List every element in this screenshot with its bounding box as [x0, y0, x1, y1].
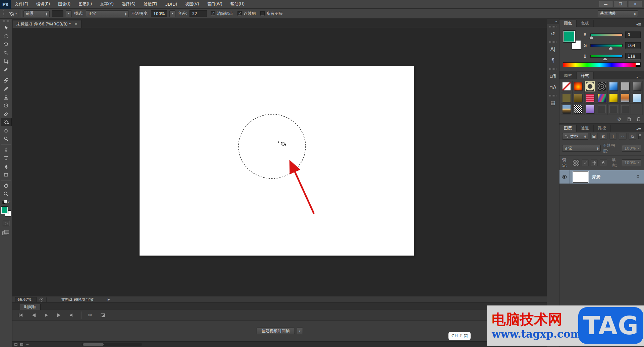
panel-grip[interactable]	[549, 26, 557, 27]
zoom-tool[interactable]	[1, 190, 12, 198]
eyedropper-tool[interactable]	[1, 65, 12, 74]
crop-tool[interactable]	[1, 57, 12, 65]
channel-value-field[interactable]: 0	[625, 31, 641, 38]
status-expand-icon[interactable]: ▶	[108, 298, 110, 301]
option-checkbox[interactable]: 连续的	[237, 11, 256, 16]
filter-toggle-switch[interactable]	[638, 134, 641, 139]
elliptical-marquee-tool[interactable]	[1, 32, 12, 40]
zoom-level-field[interactable]: 66.67%	[15, 297, 37, 302]
style-swatch[interactable]	[573, 92, 584, 103]
style-swatch[interactable]	[561, 103, 573, 115]
tab-layers[interactable]: 图层	[559, 125, 577, 132]
lasso-tool[interactable]	[1, 40, 12, 49]
type-tool[interactable]	[1, 154, 12, 162]
pen-tool[interactable]	[1, 145, 12, 154]
slider-thumb[interactable]	[609, 47, 613, 50]
style-swatch[interactable]	[631, 81, 643, 92]
layer-opacity-field[interactable]: 100% ▾	[622, 145, 641, 152]
blur-tool[interactable]	[1, 126, 12, 135]
document-tab[interactable]: 未标题-1 @ 66.7%(RGB/8) * ×	[13, 20, 82, 28]
split-clip-button[interactable]: ✂	[87, 312, 94, 319]
brush-tool[interactable]	[1, 84, 12, 93]
filter-smart-objects-icon[interactable]: ⧉	[629, 133, 636, 140]
minimize-button[interactable]: —	[599, 1, 612, 7]
flow-arrow-icon[interactable]: ⇥	[26, 343, 29, 346]
go-to-first-frame-button[interactable]	[17, 312, 24, 319]
lock-transparent-pixels-icon[interactable]	[573, 159, 580, 166]
menu-item[interactable]: 窗口(W)	[203, 0, 226, 8]
magic-wand-tool[interactable]	[1, 49, 12, 57]
style-swatch[interactable]	[573, 81, 584, 92]
create-video-timeline-button[interactable]: 创建视频时间轴	[257, 328, 295, 334]
timeline-view-icon[interactable]	[20, 343, 23, 346]
checkbox-icon[interactable]	[211, 11, 215, 16]
filter-adjustment-layers-icon[interactable]: ◐	[600, 133, 607, 140]
channel-slider-track[interactable]	[590, 44, 623, 47]
paragraph-styles-panel-icon[interactable]: ▫¶	[548, 71, 558, 81]
foreground-color-swatch[interactable]	[564, 31, 575, 42]
channel-value-field[interactable]: 118	[625, 53, 641, 60]
menu-item[interactable]: 编辑(E)	[32, 0, 54, 8]
white-black-ramp[interactable]	[636, 63, 640, 67]
move-tool[interactable]	[1, 23, 12, 32]
tolerance-field[interactable]: 32	[190, 10, 207, 17]
layer-thumbnail[interactable]	[573, 171, 588, 183]
lock-image-pixels-icon[interactable]	[582, 159, 589, 166]
delete-style-icon[interactable]	[637, 117, 641, 121]
ime-language-indicator[interactable]: CH ♪ 简	[448, 332, 471, 340]
tool-preset-picker[interactable]: ▾	[7, 10, 18, 17]
clone-stamp-tool[interactable]	[1, 93, 12, 101]
paragraph-panel-icon[interactable]: ¶	[548, 56, 558, 66]
path-selection-tool[interactable]	[1, 162, 12, 170]
new-style-icon[interactable]	[627, 117, 631, 121]
timeline-zoom-scrollbar[interactable]	[82, 343, 142, 346]
opacity-dropdown-button[interactable]: ▾	[169, 10, 175, 17]
blend-mode-select[interactable]: 正常 ▲▼	[562, 145, 601, 152]
panel-grip[interactable]	[549, 68, 557, 70]
layer-row-background[interactable]: 背景	[559, 170, 644, 184]
menu-item[interactable]: 文件(F)	[11, 0, 32, 8]
foreground-background-colors[interactable]	[1, 207, 11, 217]
menu-item[interactable]: 图层(L)	[74, 0, 96, 8]
swap-colors-icon[interactable]: ⇄	[8, 200, 10, 203]
panel-grip[interactable]	[549, 95, 557, 96]
play-button[interactable]	[43, 312, 50, 319]
layer-fill-field[interactable]: 100% ▾	[622, 159, 641, 166]
history-panel-icon[interactable]: ↺	[548, 29, 558, 39]
paint-bucket-tool[interactable]	[1, 118, 12, 126]
style-swatch[interactable]	[596, 81, 608, 92]
style-swatch[interactable]	[607, 92, 619, 103]
style-swatch[interactable]	[631, 103, 643, 115]
style-swatch[interactable]	[619, 103, 631, 115]
hand-tool[interactable]	[1, 181, 12, 190]
foreground-color-swatch[interactable]	[1, 207, 8, 214]
scrollbar-thumb[interactable]	[83, 343, 104, 346]
style-swatch[interactable]	[584, 81, 596, 92]
opacity-field[interactable]: 100%	[151, 10, 167, 17]
style-swatch[interactable]	[607, 103, 619, 115]
workspace-switcher[interactable]: 基本功能 ▲▼	[598, 10, 638, 17]
tools-grip[interactable]	[2, 20, 10, 22]
layer-filter-select[interactable]: 类型 ▲▼	[562, 133, 588, 140]
pattern-dropdown-button[interactable]: ▾	[66, 10, 72, 17]
filter-type-layers-icon[interactable]: T	[609, 133, 617, 140]
style-swatch[interactable]	[561, 92, 573, 103]
color-panel-menu-icon[interactable]: ▾≡	[636, 22, 642, 27]
slider-thumb[interactable]	[603, 58, 607, 61]
close-button[interactable]: ✕	[629, 1, 642, 7]
layer-name[interactable]: 背景	[592, 174, 600, 180]
style-swatch[interactable]	[596, 92, 608, 103]
options-grip[interactable]	[3, 10, 4, 17]
layers-panel-menu-icon[interactable]: ▾≡	[636, 127, 642, 132]
timeline-mode-dropdown-button[interactable]: ▾	[297, 328, 303, 334]
tab-paths[interactable]: 路径	[594, 125, 611, 132]
menu-item[interactable]: 滤镜(T)	[140, 0, 161, 8]
tab-close-icon[interactable]: ×	[74, 22, 77, 26]
collapse-panels-icon[interactable]: «	[547, 19, 559, 24]
menu-item[interactable]: 文字(Y)	[96, 0, 118, 8]
slider-thumb[interactable]	[589, 36, 593, 39]
lock-all-icon[interactable]	[600, 159, 607, 166]
tab-adjustments[interactable]: 调整	[559, 72, 577, 79]
dodge-tool[interactable]	[1, 135, 12, 143]
style-swatch[interactable]	[584, 92, 596, 103]
